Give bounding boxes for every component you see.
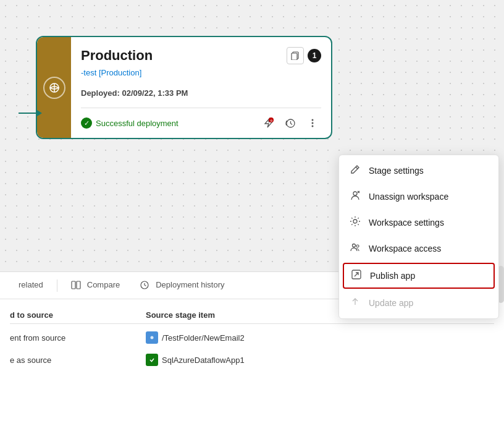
menu-item-workspace-settings[interactable]: Workspace settings	[339, 210, 498, 236]
svg-point-7	[312, 119, 314, 121]
row2-col2: SqlAzureDataflowApp1	[146, 354, 494, 366]
access-icon	[349, 242, 361, 255]
lightning-button[interactable]: ⚙	[259, 114, 277, 132]
arrow-connector	[19, 110, 42, 116]
unassign-icon	[349, 190, 361, 203]
svg-point-22	[356, 245, 359, 247]
svg-rect-3	[292, 53, 297, 60]
tab-compare[interactable]: Compare	[62, 275, 128, 296]
row2-col1: e as source	[10, 356, 146, 365]
tab-related[interactable]: related	[10, 275, 52, 296]
copy-button[interactable]	[287, 47, 304, 64]
svg-rect-10	[72, 281, 75, 289]
menu-label-update-app: Update app	[369, 298, 413, 308]
history-button[interactable]	[282, 114, 299, 132]
svg-point-9	[312, 126, 314, 127]
edit-icon	[349, 164, 361, 177]
svg-rect-11	[77, 281, 80, 289]
card-header-icons: 1	[287, 47, 321, 64]
stage-icon	[43, 77, 65, 99]
more-options-button[interactable]	[304, 114, 321, 132]
menu-label-publish-app: Publish app	[370, 271, 415, 281]
menu-item-stage-settings[interactable]: Stage settings	[339, 158, 498, 184]
menu-label-workspace-access: Workspace access	[369, 244, 441, 253]
settings-icon	[349, 216, 361, 229]
svg-point-21	[353, 244, 356, 247]
card-header: Production 1	[81, 47, 321, 64]
svg-point-8	[312, 122, 314, 124]
svg-point-20	[353, 219, 357, 223]
svg-point-17	[353, 192, 357, 195]
row1-col2: /TestFolder/NewEmail2	[146, 331, 494, 344]
svg-rect-15	[149, 357, 155, 363]
context-menu: Stage settings Unassign workspace	[338, 155, 499, 319]
svg-point-14	[151, 336, 154, 339]
card-content: Production 1 -test [Production] Deployed…	[71, 37, 331, 138]
update-icon	[349, 296, 361, 310]
notification-badge: 1	[308, 49, 321, 62]
card-footer: ✓ Successful deployment ⚙	[81, 108, 321, 138]
card-subtitle: -test [Production]	[81, 68, 321, 77]
menu-item-workspace-access[interactable]: Workspace access	[339, 236, 498, 262]
success-icon: ✓	[81, 117, 92, 129]
main-area: Production 1 -test [Production] Deployed…	[0, 0, 504, 426]
menu-label-stage-settings: Stage settings	[369, 166, 424, 176]
card-title: Production	[81, 48, 153, 64]
row1-icon	[146, 331, 158, 344]
deployment-status: ✓ Successful deployment	[81, 117, 178, 129]
col1-header: d to source	[10, 310, 146, 320]
menu-label-unassign-workspace: Unassign workspace	[369, 192, 448, 202]
table-row: e as source SqlAzureDataflowApp1	[10, 349, 494, 371]
footer-actions: ⚙	[259, 114, 321, 132]
row2-icon	[146, 354, 158, 366]
tab-deployment-history[interactable]: Deployment history	[131, 275, 233, 296]
menu-item-unassign-workspace[interactable]: Unassign workspace	[339, 184, 498, 210]
svg-line-16	[356, 167, 358, 169]
tab-separator-1	[57, 279, 57, 292]
menu-item-publish-app[interactable]: Publish app	[343, 263, 495, 289]
menu-item-update-app: Update app	[339, 290, 498, 316]
publish-icon	[350, 269, 363, 283]
menu-label-workspace-settings: Workspace settings	[369, 218, 444, 228]
table-row: ent from source /TestFolder/NewEmail2	[10, 326, 494, 349]
stage-card: Production 1 -test [Production] Deployed…	[36, 36, 332, 139]
card-left-bar	[37, 37, 71, 138]
row1-col1: ent from source	[10, 333, 146, 343]
card-deployed: Deployed: 02/09/22, 1:33 PM	[81, 88, 321, 98]
